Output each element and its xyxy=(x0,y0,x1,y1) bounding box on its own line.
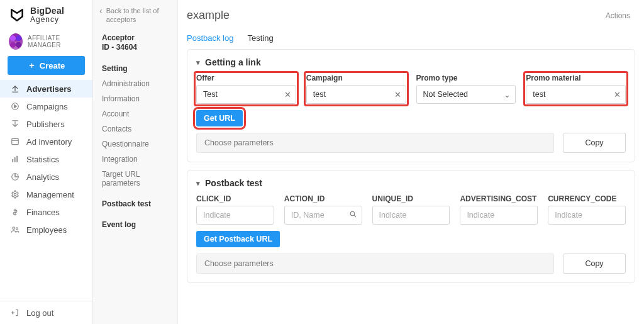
nav-logout[interactable]: Log out xyxy=(0,301,92,324)
svg-point-5 xyxy=(14,194,16,196)
search-icon[interactable] xyxy=(349,210,357,220)
affiliate-row: AFFILIATE MANAGER xyxy=(0,30,92,56)
panel-link-title-row[interactable]: ▾ Getting a link xyxy=(196,57,626,67)
promo-material-input[interactable] xyxy=(526,85,626,104)
subnav-integration[interactable]: Integration xyxy=(93,152,177,167)
field-unique-id: UNIQUE_ID xyxy=(372,194,450,225)
brand-logo: BigDeal Agency xyxy=(0,0,92,30)
svg-point-6 xyxy=(13,227,15,230)
chevron-left-icon: ‹ xyxy=(99,6,103,25)
triangle-down-icon: ▾ xyxy=(196,179,200,187)
panel-link-title: Getting a link xyxy=(205,57,261,67)
field-advertising-cost: ADVERTISING_COST xyxy=(460,194,538,225)
panel-postback-test: ▾ Postback test CLICK_ID ACTION_ID xyxy=(187,170,635,283)
link-params-input[interactable] xyxy=(196,133,554,153)
campaign-input[interactable] xyxy=(306,85,406,104)
adv-cost-label: ADVERTISING_COST xyxy=(460,194,538,203)
subnav-administration[interactable]: Administration xyxy=(93,76,177,91)
subnav-target-url[interactable]: Target URL parameters xyxy=(93,167,177,191)
svg-point-7 xyxy=(16,228,18,230)
bar-chart-icon xyxy=(10,154,20,164)
tab-testing[interactable]: Testing xyxy=(247,33,273,43)
download-icon xyxy=(10,119,20,129)
nav-ad-inventory[interactable]: Ad inventory xyxy=(0,133,92,150)
click-id-input[interactable] xyxy=(196,206,274,225)
nav-management[interactable]: Management xyxy=(0,186,92,203)
dollar-icon xyxy=(10,207,20,217)
main-nav: Advertisers Campaigns Publishers Ad inve… xyxy=(0,80,92,238)
page-title: example xyxy=(187,9,230,22)
field-promo-material: Promo material ✕ xyxy=(525,72,627,105)
svg-rect-3 xyxy=(14,157,16,162)
click-id-label: CLICK_ID xyxy=(196,194,274,203)
subnav-setting[interactable]: Setting xyxy=(93,59,177,76)
acceptor-id: Acceptor ID - 34604 xyxy=(93,31,177,59)
upload-icon xyxy=(10,84,20,94)
nav-campaigns[interactable]: Campaigns xyxy=(0,98,92,115)
promo-type-select[interactable] xyxy=(416,85,516,104)
field-offer: Offer ✕ xyxy=(195,72,297,105)
clear-icon[interactable]: ✕ xyxy=(614,90,621,99)
copy-link-button[interactable]: Copy xyxy=(563,133,626,153)
secondary-nav: Setting Administration Information Accou… xyxy=(93,59,177,232)
svg-rect-4 xyxy=(16,156,18,162)
clear-icon[interactable]: ✕ xyxy=(394,90,401,99)
affiliate-avatar-icon xyxy=(9,33,23,50)
affiliate-label: AFFILIATE MANAGER xyxy=(28,35,85,48)
field-campaign: Campaign ✕ xyxy=(305,72,408,105)
action-id-label: ACTION_ID xyxy=(284,194,362,203)
nav-analytics[interactable]: Analytics xyxy=(0,168,92,186)
nav-finances[interactable]: Finances xyxy=(0,203,92,221)
subnav-account[interactable]: Account xyxy=(93,106,177,121)
panel-postback-title: Postback test xyxy=(205,178,262,188)
create-button[interactable]: ＋ Create xyxy=(8,56,85,75)
logout-icon xyxy=(10,308,20,318)
actions-menu[interactable]: Actions xyxy=(606,11,630,20)
subnav-questionnaire[interactable]: Questionnaire xyxy=(93,137,177,152)
svg-point-8 xyxy=(350,211,355,216)
tab-postback-log[interactable]: Postback log xyxy=(187,33,233,43)
currency-label: CURRENCY_CODE xyxy=(548,194,626,203)
nav-statistics[interactable]: Statistics xyxy=(0,150,92,168)
offer-label: Offer xyxy=(196,74,296,82)
unique-id-input[interactable] xyxy=(372,206,450,225)
currency-input[interactable] xyxy=(548,206,626,225)
pie-chart-icon xyxy=(10,172,20,182)
back-link[interactable]: ‹ Back to the list of acceptors xyxy=(93,5,177,31)
clear-icon[interactable]: ✕ xyxy=(284,90,291,99)
copy-postback-button[interactable]: Copy xyxy=(563,254,626,274)
field-action-id: ACTION_ID xyxy=(284,194,362,225)
field-click-id: CLICK_ID xyxy=(196,194,274,225)
brand-line1: BigDeal xyxy=(30,6,64,16)
campaign-label: Campaign xyxy=(306,74,406,82)
nav-employees[interactable]: Employees xyxy=(0,221,92,238)
sidebar-bottom: Log out xyxy=(0,301,92,324)
brand-line2: Agency xyxy=(30,16,64,24)
subnav-event-log[interactable]: Event log xyxy=(93,215,177,232)
main-content: example Actions Postback log Testing ▾ G… xyxy=(178,0,644,324)
triangle-down-icon: ▾ xyxy=(196,59,200,67)
panel-getting-link: ▾ Getting a link Offer ✕ Campaign ✕ Prom… xyxy=(187,49,635,162)
subnav-postback-test[interactable]: Postback test xyxy=(93,194,177,211)
grid-icon xyxy=(10,137,20,147)
panel-postback-title-row[interactable]: ▾ Postback test xyxy=(196,178,626,188)
tabs: Postback log Testing xyxy=(178,25,644,49)
promo-material-label: Promo material xyxy=(526,74,626,82)
users-icon xyxy=(10,225,20,235)
subnav-contacts[interactable]: Contacts xyxy=(93,121,177,137)
main-sidebar: BigDeal Agency AFFILIATE MANAGER ＋ Creat… xyxy=(0,0,93,324)
unique-id-label: UNIQUE_ID xyxy=(372,194,450,203)
field-currency-code: CURRENCY_CODE xyxy=(548,194,626,225)
gear-icon xyxy=(10,189,20,199)
field-promo-type: Promo type ⌄ xyxy=(416,74,516,104)
chevron-down-icon[interactable]: ⌄ xyxy=(504,90,511,99)
get-url-button[interactable]: Get URL xyxy=(196,110,243,126)
subnav-information[interactable]: Information xyxy=(93,91,177,106)
postback-params-input[interactable] xyxy=(196,254,554,274)
promo-type-label: Promo type xyxy=(416,74,516,82)
nav-publishers[interactable]: Publishers xyxy=(0,115,92,133)
adv-cost-input[interactable] xyxy=(460,206,538,225)
offer-input[interactable] xyxy=(196,85,296,104)
get-postback-url-button[interactable]: Get Postback URL xyxy=(196,231,280,247)
nav-advertisers[interactable]: Advertisers xyxy=(0,80,92,98)
